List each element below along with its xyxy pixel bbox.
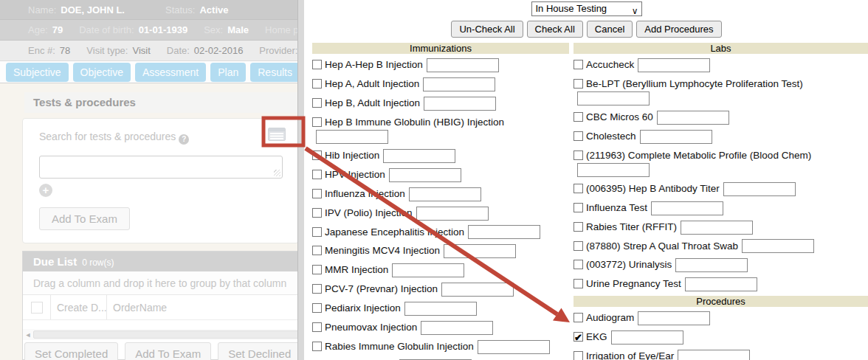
- item-checkbox[interactable]: [574, 279, 583, 288]
- procedure-checklist-item[interactable]: Hep A-Hep B Injection: [312, 58, 569, 72]
- item-value-input[interactable]: [423, 77, 495, 91]
- item-checkbox[interactable]: [574, 184, 583, 193]
- procedure-checklist-item[interactable]: Meningitis MCV4 Injection: [312, 243, 569, 258]
- scroll-left-arrow-icon[interactable]: ◄: [23, 331, 33, 339]
- procedure-checklist-item[interactable]: (87880) Strep A Qual Throat Swab: [574, 239, 868, 254]
- item-value-input[interactable]: [723, 182, 796, 196]
- resize-handle[interactable]: [274, 170, 280, 176]
- item-checkbox[interactable]: [312, 303, 322, 313]
- procedure-checklist-item[interactable]: Influenza Injection: [312, 187, 569, 201]
- procedure-checklist-item[interactable]: Be-LPT (Beryllium Lymphocyte Proliferati…: [574, 77, 868, 105]
- item-value-input[interactable]: [404, 302, 477, 316]
- add-row-plus-icon[interactable]: +: [39, 184, 52, 197]
- chart-tab[interactable]: Plan: [210, 63, 246, 82]
- procedure-checklist-item[interactable]: Pneumovax Injection: [312, 320, 569, 335]
- item-value-input[interactable]: [577, 91, 650, 105]
- chart-tab[interactable]: Subjective: [6, 63, 69, 82]
- item-checkbox[interactable]: [312, 60, 322, 69]
- procedure-checklist-item[interactable]: CBC Micros 60: [574, 110, 868, 125]
- item-value-input[interactable]: [389, 168, 461, 182]
- item-checkbox[interactable]: [312, 208, 322, 218]
- item-checkbox[interactable]: [574, 313, 583, 322]
- item-checkbox[interactable]: [312, 79, 322, 89]
- item-value-input[interactable]: [478, 340, 550, 354]
- item-checkbox[interactable]: [312, 150, 322, 160]
- search-textarea[interactable]: [39, 156, 283, 179]
- procedure-checklist-item[interactable]: PCV-7 (Prevnar) Injection: [312, 282, 569, 297]
- procedure-checklist-item[interactable]: EKG: [574, 330, 868, 345]
- item-checkbox[interactable]: [312, 342, 322, 351]
- procedure-checklist-item[interactable]: Rabies Titer (RFFIT): [574, 220, 868, 235]
- item-value-input[interactable]: [675, 258, 748, 272]
- item-checkbox[interactable]: [574, 112, 583, 122]
- panel-scrollbar[interactable]: [297, 0, 304, 360]
- due-list-action-button[interactable]: Set Declined: [218, 342, 301, 360]
- procedure-checklist-item[interactable]: MMR Injection: [312, 263, 569, 277]
- item-value-input[interactable]: [657, 111, 729, 125]
- item-checkbox[interactable]: [574, 131, 583, 141]
- column-header-create-date[interactable]: Create D...: [51, 295, 107, 319]
- procedure-checklist-item[interactable]: (211963) Complete Metabolic Profile (Blo…: [574, 148, 868, 177]
- procedure-checklist-item[interactable]: Urine Pregnancy Test: [574, 277, 868, 291]
- item-checkbox[interactable]: [574, 241, 583, 251]
- due-list-action-button[interactable]: Add To Exam: [125, 342, 211, 360]
- procedure-checklist-item[interactable]: Hep A, Adult Injection: [312, 77, 569, 91]
- item-value-input[interactable]: [441, 283, 514, 297]
- add-to-exam-button[interactable]: Add To Exam: [39, 207, 130, 230]
- item-checkbox[interactable]: [574, 351, 583, 360]
- item-value-input[interactable]: [421, 321, 493, 335]
- procedure-checklist-item[interactable]: Audiogram: [574, 311, 868, 325]
- procedure-checklist-item[interactable]: Pediarix Injection: [312, 301, 569, 316]
- item-checkbox[interactable]: [312, 322, 322, 332]
- item-checkbox[interactable]: [574, 260, 583, 269]
- procedure-checklist-item[interactable]: HPV Injection: [312, 167, 569, 182]
- item-checkbox[interactable]: [574, 60, 583, 69]
- procedure-checklist-item[interactable]: IPV (Polio) Injection: [312, 206, 569, 221]
- item-value-input[interactable]: [424, 97, 496, 111]
- select-all-checkbox[interactable]: [31, 302, 43, 314]
- item-checkbox[interactable]: [312, 98, 322, 108]
- modal-action-button[interactable]: Check All: [527, 21, 583, 38]
- item-value-input[interactable]: [577, 163, 650, 177]
- column-header-ordername[interactable]: OrderName: [107, 295, 304, 320]
- item-value-input[interactable]: [681, 221, 753, 235]
- procedure-checklist-item[interactable]: Irrigation of Eye/Ear: [574, 349, 868, 360]
- chart-tab[interactable]: Results: [250, 63, 300, 82]
- chart-tab[interactable]: Assessment: [135, 63, 206, 82]
- item-value-input[interactable]: [427, 58, 499, 72]
- group-by-drop-zone[interactable]: Drag a column and drop it here to group …: [23, 271, 304, 295]
- procedure-checklist-item[interactable]: (006395) Hep B Antibody Titer: [574, 181, 868, 196]
- item-value-input[interactable]: [468, 225, 540, 239]
- procedure-checklist-item[interactable]: Cholestech: [574, 129, 868, 144]
- item-value-input[interactable]: [651, 201, 723, 215]
- test-category-select[interactable]: In House Testing ∨: [531, 1, 642, 16]
- item-checkbox[interactable]: [574, 79, 583, 89]
- procedure-checklist-item[interactable]: Hep B, Adult Injection: [312, 96, 569, 111]
- procedure-checklist-item[interactable]: Accucheck: [574, 58, 868, 72]
- item-value-input[interactable]: [640, 130, 712, 144]
- item-value-input[interactable]: [392, 263, 464, 277]
- procedure-checklist-item[interactable]: Hib Injection: [312, 148, 569, 163]
- scrollbar-thumb[interactable]: [33, 330, 304, 339]
- procedure-checklist-item[interactable]: (003772) Urinalysis: [574, 257, 868, 272]
- horizontal-scrollbar[interactable]: ◄: [23, 329, 304, 340]
- due-list-action-button[interactable]: Set Completed: [24, 342, 118, 360]
- item-checkbox[interactable]: [574, 203, 583, 212]
- item-value-input[interactable]: [409, 187, 481, 201]
- item-checkbox[interactable]: [312, 265, 322, 274]
- chart-tab[interactable]: Objective: [73, 63, 131, 82]
- procedure-checklist-item[interactable]: Influenza Test: [574, 201, 868, 215]
- item-value-input[interactable]: [638, 58, 710, 72]
- item-checkbox[interactable]: [312, 227, 322, 237]
- item-checkbox[interactable]: [574, 332, 583, 342]
- item-checkbox[interactable]: [312, 284, 322, 294]
- help-icon[interactable]: ?: [179, 134, 189, 145]
- open-procedure-list-button[interactable]: [264, 125, 289, 144]
- item-value-input[interactable]: [611, 330, 683, 345]
- item-checkbox[interactable]: [312, 117, 322, 127]
- item-value-input[interactable]: [383, 149, 455, 163]
- item-value-input[interactable]: [678, 350, 750, 360]
- procedure-checklist-item[interactable]: Japanese Encephalitis Injection: [312, 225, 569, 240]
- item-value-input[interactable]: [316, 130, 388, 144]
- modal-action-button[interactable]: Un-Check All: [451, 21, 523, 38]
